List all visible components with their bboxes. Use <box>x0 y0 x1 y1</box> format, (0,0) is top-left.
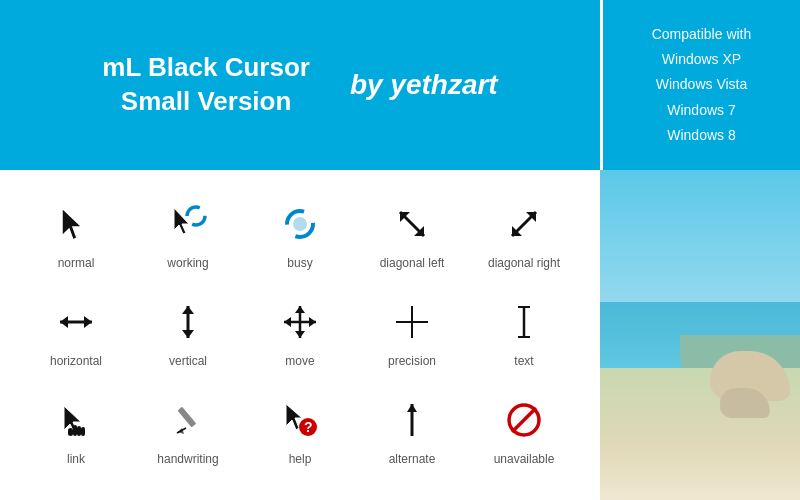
label-normal: normal <box>58 256 95 270</box>
label-alternate: alternate <box>389 452 436 466</box>
cursor-icon-alternate <box>386 394 438 446</box>
cursor-icon-normal <box>50 198 102 250</box>
svg-marker-40 <box>407 404 417 412</box>
label-help: help <box>289 452 312 466</box>
beach-photo <box>600 170 800 500</box>
label-busy: busy <box>287 256 312 270</box>
busy-cursor-svg <box>280 204 320 244</box>
svg-marker-22 <box>309 317 316 327</box>
header-author: by yethzart <box>350 69 498 101</box>
cursor-item-move: move <box>244 288 356 376</box>
cursor-icon-vertical <box>162 296 214 348</box>
cursor-icon-horizontal <box>50 296 102 348</box>
cursor-icon-working <box>162 198 214 250</box>
cursor-item-busy: busy <box>244 190 356 278</box>
cursor-icon-unavailable <box>498 394 550 446</box>
svg-marker-15 <box>182 306 194 314</box>
svg-rect-33 <box>177 407 196 428</box>
label-link: link <box>67 452 85 466</box>
svg-rect-30 <box>73 425 77 436</box>
alternate-svg <box>392 400 432 440</box>
vertical-svg <box>168 302 208 342</box>
compat-win7: Windows 7 <box>652 98 752 123</box>
text-svg <box>504 302 544 342</box>
svg-rect-31 <box>77 426 81 436</box>
svg-marker-20 <box>295 331 305 338</box>
cursor-item-link: link <box>20 386 132 474</box>
cursor-icon-handwriting <box>162 394 214 446</box>
label-text: text <box>514 354 533 368</box>
svg-marker-21 <box>284 317 291 327</box>
link-svg <box>56 400 96 440</box>
svg-text:?: ? <box>304 419 313 435</box>
diagonal-right-svg <box>504 204 544 244</box>
compat-vista: Windows Vista <box>652 72 752 97</box>
main: normal working <box>0 170 800 500</box>
cursor-item-alternate: alternate <box>356 386 468 474</box>
cursor-content: normal working <box>0 170 600 500</box>
working-cursor-svg <box>168 204 208 244</box>
label-working: working <box>167 256 208 270</box>
label-diagonal-right: diagonal right <box>488 256 560 270</box>
label-horizontal: horizontal <box>50 354 102 368</box>
cursor-item-help: ? help <box>244 386 356 474</box>
cursor-icon-diagonal-right <box>498 198 550 250</box>
compat-xp: Windows XP <box>652 47 752 72</box>
cursor-item-text: text <box>468 288 580 376</box>
handwriting-svg <box>168 400 208 440</box>
title-line1: mL Black Cursor <box>102 52 310 82</box>
cursor-icon-precision <box>386 296 438 348</box>
svg-marker-12 <box>60 316 68 328</box>
label-handwriting: handwriting <box>157 452 218 466</box>
label-diagonal-left: diagonal left <box>380 256 445 270</box>
svg-marker-16 <box>182 330 194 338</box>
cursor-item-vertical: vertical <box>132 288 244 376</box>
cursor-item-working: working <box>132 190 244 278</box>
cursor-icon-help: ? <box>274 394 326 446</box>
cursor-item-horizontal: horizontal <box>20 288 132 376</box>
normal-cursor-svg <box>56 204 96 244</box>
header-left: mL Black Cursor Small Version by yethzar… <box>0 0 600 170</box>
cursor-icon-busy <box>274 198 326 250</box>
cursor-item-handwriting: handwriting <box>132 386 244 474</box>
cursor-icon-text <box>498 296 550 348</box>
title-line2: Small Version <box>121 86 292 116</box>
header-compat: Compatible with Windows XP Windows Vista… <box>600 0 800 170</box>
cursor-icon-move <box>274 296 326 348</box>
svg-marker-0 <box>62 208 82 240</box>
precision-svg <box>392 302 432 342</box>
compat-title: Compatible with <box>652 22 752 47</box>
unavailable-svg <box>504 400 544 440</box>
svg-marker-19 <box>295 306 305 313</box>
label-move: move <box>285 354 314 368</box>
compat-win8: Windows 8 <box>652 123 752 148</box>
move-svg <box>280 302 320 342</box>
cursor-item-diagonal-left: diagonal left <box>356 190 468 278</box>
cursor-item-normal: normal <box>20 190 132 278</box>
label-precision: precision <box>388 354 436 368</box>
cursor-item-unavailable: unavailable <box>468 386 580 474</box>
svg-rect-32 <box>81 427 85 436</box>
header-title: mL Black Cursor Small Version <box>102 51 310 119</box>
cursor-icon-link <box>50 394 102 446</box>
cursor-icon-diagonal-left <box>386 198 438 250</box>
svg-marker-13 <box>84 316 92 328</box>
svg-point-2 <box>187 207 205 225</box>
svg-line-42 <box>512 408 536 432</box>
svg-point-4 <box>293 217 307 231</box>
cursor-item-precision: precision <box>356 288 468 376</box>
label-vertical: vertical <box>169 354 207 368</box>
diagonal-left-svg <box>392 204 432 244</box>
horizontal-svg <box>56 302 96 342</box>
label-unavailable: unavailable <box>494 452 555 466</box>
svg-rect-29 <box>68 428 73 436</box>
cursor-item-diagonal-right: diagonal right <box>468 190 580 278</box>
header: mL Black Cursor Small Version by yethzar… <box>0 0 800 170</box>
cursor-grid: normal working <box>20 180 580 484</box>
help-svg: ? <box>280 400 320 440</box>
